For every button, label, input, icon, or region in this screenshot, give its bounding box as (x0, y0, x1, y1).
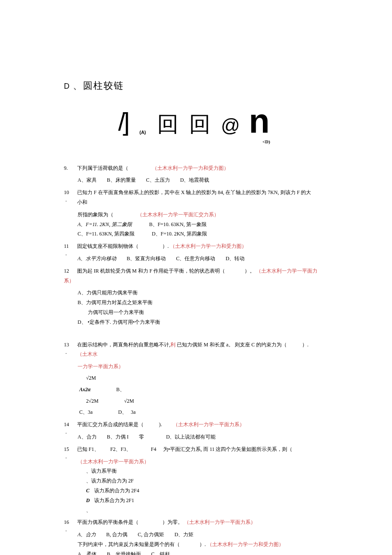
q14-opt-c: 零 (139, 432, 156, 442)
q16-sub-options: A、柔体 B、光滑接触面 C、链杆 (78, 549, 324, 555)
q16-opt-b: B, 合力偶 (106, 530, 127, 540)
q14-tag: （土木水利一力学一平面力系） (173, 421, 245, 427)
question-11: 11 ・ 固定钱支座不能限制物体（ ）. （土木水利一力学一力和受力图） (64, 241, 324, 251)
q15-opt-b: 、该力系的合力为 2F (86, 476, 324, 486)
question-15: 15 ・ 已知 F1、 F2、F3、 F4 为•平面汇交力系, 而 11 这四个… (64, 445, 324, 454)
q14-opt-d: D、以上说法都有可能 (166, 432, 216, 442)
q10-opt-d: D、F=10. 2KN, 第四象限 (152, 229, 207, 239)
q15-opt-c: 该力系的合力为 2F4 (94, 488, 139, 494)
q12-options: A、力偶只能用力偶来平衡 B、力偶可用力对某点之矩来平衡 力偶可以用一个力来平衡… (78, 288, 324, 327)
q16-sub-opt-b: B、光滑接触面 (107, 549, 141, 555)
q12-opt-d: D、 •定条件下. 力偶可用•个力来平衡 (78, 317, 324, 327)
q16-opt-c: C, 合力偶矩 (138, 530, 164, 540)
question-12: 12 ・ 图为起 IR 机鼓轮受力偶 M 和力 F 作用处于平衡，轮的状态表明（… (64, 266, 324, 286)
question-10: 10 ・ 已知力 F 在平面直角坐标系上的投影，其中在 X 轴上的投影为 84,… (64, 188, 324, 207)
q10-opt-b: B、F=10. 63KN, 第一象限 (149, 220, 207, 230)
q11-opt-c: C、任意方向移动 (176, 254, 215, 264)
q16-opt-a: A、合力 (78, 530, 96, 540)
question-13: 13 ・ 在图示结构中，两直角杆的自重忽略不计,利 已知力偶矩 M 和长度 a。… (64, 340, 324, 360)
q13-tag: （土木水 (77, 351, 98, 357)
glyph-bracket: ] (123, 109, 130, 135)
q9-opt-d: D、地震荷载 (180, 175, 210, 185)
glyph-at: @ (221, 116, 240, 135)
q13-options: √2M Ax2α B、 2√2M √2M C、3a D、 3a (79, 373, 324, 417)
q11-opt-a: A、水平方向移动 (78, 254, 116, 264)
q11-options: A、水平方向移动 B、竖直方向移动 C、任意方向移动 D、转动 (78, 254, 324, 264)
q14-opt-a: A、合力 (78, 432, 97, 442)
q16-sub-opt-c: C、链杆 (151, 549, 170, 555)
glyph-sub-a: (A) (139, 130, 146, 135)
q14-options: A、合力 B、力偶 I 零 D、以上说法都有可能 (78, 432, 324, 442)
glyph-sub-d: <D) (262, 137, 270, 146)
q11-tag: （土木水利一力学一力和受力图） (170, 243, 247, 249)
q16-tag: （土木水利一力学一平面力系） (184, 519, 256, 525)
q9-tag: （土木水利一力学一力和受力图） (152, 165, 229, 171)
q16-sub-opt-a: A、柔体 (78, 549, 97, 555)
q15-opt-e: 、 (86, 506, 324, 515)
q16-opt-d: D、力矩 (174, 530, 193, 540)
q9-options: A、家具 B、床的重量 C、土压力 D、地震荷载 (78, 175, 324, 185)
q9-opt-b: B、床的重量 (107, 175, 136, 185)
q10-options: A、F=11. 2KN, 第二象限 B、F=10. 63KN, 第一象限 C、F… (78, 220, 324, 239)
q10-opt-c: C、F=11. 63KN, 第四象限 (78, 229, 135, 239)
q16-sub-tag: （土木水利一力学一力和受力图） (207, 541, 284, 547)
q12-opt-a: A、力偶只能用力偶来平衡 (78, 288, 324, 298)
q12-opt-b: B、力偶可用力对某点之矩来平衡 (78, 298, 324, 308)
q10-opt-a: A、F=11. 2KN, 第二象限 (78, 220, 132, 230)
q16-options: A、合力 B, 合力偶 C, 合力偶矩 D、力矩 (78, 530, 324, 540)
q10-tag: （土木水利一力学一平面汇交力系） (137, 212, 219, 218)
q9-opt-c: C、土压力 (146, 175, 170, 185)
q11-opt-d: D、转动 (225, 254, 245, 264)
q12-opt-c: 力偶可以用一个力来平衡 (88, 308, 324, 317)
figure-sub-labels: <D) (64, 137, 324, 146)
option-d-letter: D (64, 82, 70, 90)
q14-opt-b: B、力偶 I (107, 432, 129, 442)
glyph-box-1: 回 (157, 113, 179, 135)
q15-options: 、该力系平衡 、该力系的合力为 2F C 该力系的合力为 2F4 D 该力系合力… (86, 466, 324, 515)
q11-opt-b: B、竖直方向移动 (127, 254, 166, 264)
question-14: 14 ・ 平面汇交力系合成的结果是（ ). （土木水利一力学一平面力系） (64, 420, 324, 430)
option-d-heading: D、圆柱较链 (64, 77, 324, 95)
question-16: 16 ・ 平面力偶系的平衡条件是（ ）为零。 （土木水利一力学一平面力系） (64, 517, 324, 527)
glyph-n: n (249, 108, 270, 135)
q15-opt-a: 、该力系平衡 (86, 466, 324, 476)
glyph-box-2: 回 (189, 113, 210, 135)
q13-tag-2: 一力学一半面力系） (78, 362, 324, 372)
q9-opt-a: A、家具 (78, 175, 97, 185)
question-9: 9. 下列属于活荷载的是（ （土木水利一力学一力和受力图） (64, 163, 324, 173)
q15-tag: （土木水利一力学一平面力系） (78, 457, 324, 467)
figure-glyph-row: /] (A) 回 回 @ n (64, 108, 324, 135)
q16-sub: 下列约束中，其约束反力未知量是两个的有（ ）. （土木水利一力学一力和受力图） (78, 540, 324, 549)
q15-opt-d: 该力系合力为 2F1 (94, 497, 134, 503)
